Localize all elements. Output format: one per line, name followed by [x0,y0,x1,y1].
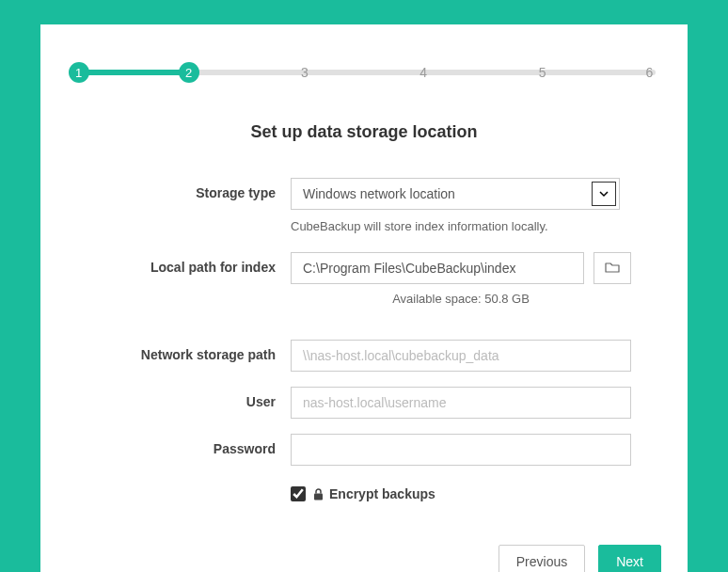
storage-hint: CubeBackup will store index information … [291,219,661,233]
encrypt-text: Encrypt backups [329,486,435,501]
local-path-input[interactable] [291,252,584,284]
next-button[interactable]: Next [598,545,661,572]
user-input[interactable] [291,387,631,419]
user-label: User [67,387,291,409]
lock-icon [313,488,324,500]
page-title: Set up data storage location [67,122,661,142]
available-space: Available space: 50.8 GB [291,292,631,306]
storage-type-select[interactable] [291,178,620,210]
setup-panel: 1 2 3 4 5 6 Set up data storage location… [40,24,688,572]
step-6: 6 [639,62,659,83]
network-path-label: Network storage path [67,340,291,362]
step-2: 2 [179,62,199,83]
storage-type-label: Storage type [67,178,291,200]
network-path-input[interactable] [291,340,631,372]
browse-button[interactable] [593,252,631,284]
step-3: 3 [294,62,315,83]
encrypt-checkbox[interactable] [291,486,306,501]
svg-rect-0 [314,493,323,500]
step-4: 4 [413,62,434,83]
progress-stepper: 1 2 3 4 5 6 [67,62,661,85]
step-1: 1 [69,62,89,83]
stepper-track-fill [72,70,191,75]
previous-button[interactable]: Previous [499,545,585,572]
encrypt-label[interactable]: Encrypt backups [313,486,435,501]
step-5: 5 [532,62,553,83]
folder-icon [605,261,620,277]
password-label: Password [67,434,291,456]
local-path-label: Local path for index [67,252,291,275]
password-input[interactable] [291,434,631,466]
